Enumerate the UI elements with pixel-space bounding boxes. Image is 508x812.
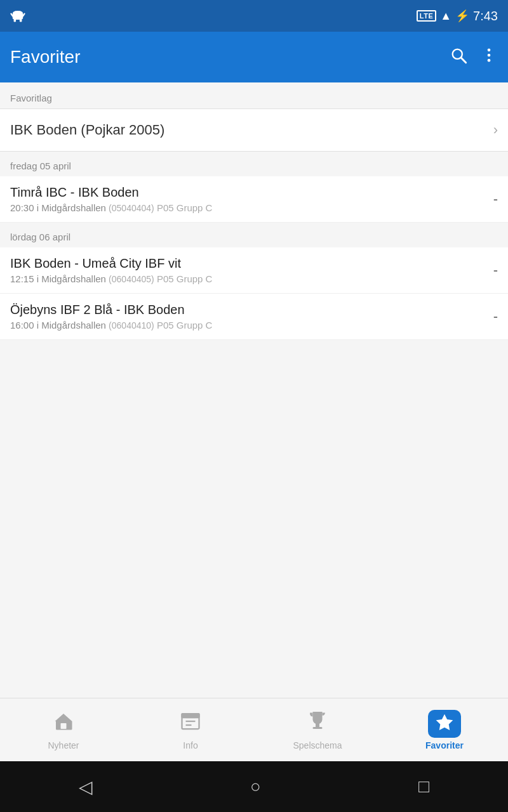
lte-icon: LTE	[417, 10, 436, 22]
nav-label-favoriter: Favoriter	[425, 740, 464, 750]
match-details: 12:15 i Midgårdshallen (06040405) P05 Gr…	[10, 273, 212, 284]
svg-line-7	[461, 58, 466, 63]
more-options-icon[interactable]	[480, 46, 498, 69]
date-header-0: fredag 05 april	[0, 152, 508, 176]
match-item-1-0[interactable]: IBK Boden - Umeå City IBF vit 12:15 i Mi…	[0, 247, 508, 294]
nav-item-nyheter[interactable]: Nyheter	[0, 704, 127, 757]
nav-label-spelschema: Spelschema	[293, 740, 342, 750]
match-title: Öjebyns IBF 2 Blå - IBK Boden	[10, 303, 212, 317]
app-bar: Favoriter	[0, 32, 508, 82]
svg-point-9	[488, 53, 491, 56]
match-info: IBK Boden - Umeå City IBF vit 12:15 i Mi…	[10, 256, 212, 284]
home-button[interactable]: ○	[250, 776, 261, 797]
match-group: P05 Grupp C	[157, 273, 213, 284]
nav-label-nyheter: Nyheter	[48, 740, 79, 750]
svg-line-5	[23, 14, 24, 16]
match-code: (06040405)	[109, 274, 154, 284]
signal-icon: ▲	[440, 10, 451, 23]
back-button[interactable]: ◁	[79, 776, 93, 797]
match-group: P05 Grupp C	[157, 320, 213, 331]
match-title: IBK Boden - Umeå City IBF vit	[10, 256, 212, 271]
match-details: 16:00 i Midgårdshallen (06040410) P05 Gr…	[10, 320, 212, 331]
trophy-icon	[306, 710, 329, 738]
nav-item-favoriter[interactable]: Favoriter	[381, 704, 508, 757]
team-selector[interactable]: IBK Boden (Pojkar 2005) ›	[0, 108, 508, 152]
svg-point-8	[488, 48, 491, 51]
system-nav: ◁ ○ □	[0, 761, 508, 812]
svg-line-4	[11, 14, 13, 16]
status-bar: LTE ▲ ⚡ 7:43	[0, 0, 508, 32]
match-info: Timrå IBC - IBK Boden 20:30 i Midgårdsha…	[10, 185, 212, 213]
svg-rect-11	[61, 723, 67, 729]
match-score: -	[485, 191, 498, 207]
main-content: Favoritlag IBK Boden (Pojkar 2005) › fre…	[0, 82, 508, 698]
match-title: Timrå IBC - IBK Boden	[10, 185, 212, 200]
nav-item-spelschema[interactable]: Spelschema	[254, 704, 381, 757]
section-label: Favoritlag	[0, 82, 508, 108]
match-code: (06040410)	[109, 320, 154, 331]
star-icon-box	[428, 710, 461, 738]
match-item-0-0[interactable]: Timrå IBC - IBK Boden 20:30 i Midgårdsha…	[0, 176, 508, 223]
match-info: Öjebyns IBF 2 Blå - IBK Boden 16:00 i Mi…	[10, 303, 212, 331]
match-code: (05040404)	[109, 203, 154, 213]
nav-item-info[interactable]: Info	[127, 704, 254, 757]
recent-apps-button[interactable]: □	[418, 776, 429, 797]
team-selector-text: IBK Boden (Pojkar 2005)	[10, 122, 164, 138]
date-header-1: lördag 06 april	[0, 223, 508, 247]
home-icon	[52, 710, 75, 738]
bottom-nav: Nyheter Info Spelschema	[0, 698, 508, 761]
nav-label-info: Info	[183, 740, 197, 750]
match-details: 20:30 i Midgårdshallen (05040404) P05 Gr…	[10, 202, 212, 213]
match-score: -	[485, 308, 498, 325]
status-icons: LTE ▲ ⚡ 7:43	[417, 9, 498, 23]
match-item-1-1[interactable]: Öjebyns IBF 2 Blå - IBK Boden 16:00 i Mi…	[0, 294, 508, 340]
schedule-group-0: fredag 05 april Timrå IBC - IBK Boden 20…	[0, 152, 508, 223]
svg-rect-2	[14, 19, 16, 22]
svg-rect-18	[313, 727, 323, 729]
status-time: 7:43	[473, 9, 498, 23]
svg-rect-17	[316, 723, 319, 727]
app-bar-title: Favoriter	[10, 47, 80, 67]
schedule-group-1: lördag 06 april IBK Boden - Umeå City IB…	[0, 223, 508, 340]
notification-icon	[9, 6, 27, 27]
svg-rect-16	[182, 714, 199, 717]
chevron-right-icon: ›	[493, 122, 498, 138]
svg-rect-3	[20, 19, 22, 22]
match-group: P05 Grupp C	[157, 202, 213, 213]
svg-point-10	[488, 58, 491, 62]
search-icon[interactable]	[450, 46, 467, 69]
match-score: -	[485, 262, 498, 278]
info-icon	[179, 710, 202, 738]
app-bar-actions	[450, 46, 498, 69]
battery-icon: ⚡	[455, 9, 469, 23]
